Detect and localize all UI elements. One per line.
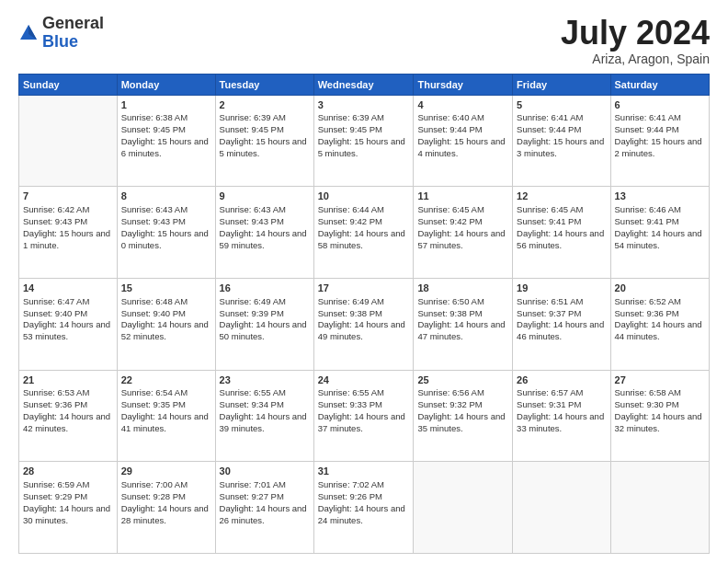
day-number: 21: [23, 373, 113, 387]
day-number: 6: [615, 98, 705, 112]
day-number: 20: [615, 282, 705, 295]
day-info: Sunrise: 6:49 AMSunset: 9:39 PMDaylight:…: [220, 296, 310, 343]
calendar-cell: 24Sunrise: 6:55 AMSunset: 9:33 PMDayligh…: [313, 370, 414, 462]
day-info: Sunrise: 6:43 AMSunset: 9:43 PMDaylight:…: [121, 204, 211, 251]
calendar-cell: 16Sunrise: 6:49 AMSunset: 9:39 PMDayligh…: [215, 278, 313, 370]
day-number: 4: [417, 98, 508, 112]
day-number: 2: [220, 98, 310, 112]
day-number: 17: [318, 282, 410, 295]
day-info: Sunrise: 6:55 AMSunset: 9:33 PMDaylight:…: [318, 387, 410, 434]
day-number: 29: [121, 465, 211, 478]
day-number: 1: [121, 98, 211, 112]
logo-general: General: [42, 14, 104, 32]
calendar-cell: 15Sunrise: 6:48 AMSunset: 9:40 PMDayligh…: [117, 278, 215, 370]
day-number: 16: [220, 282, 310, 295]
calendar-cell: 18Sunrise: 6:50 AMSunset: 9:38 PMDayligh…: [414, 278, 513, 370]
page-header: General Blue July 2024 Ariza, Aragon, Sp…: [18, 15, 710, 66]
calendar-cell: 26Sunrise: 6:57 AMSunset: 9:31 PMDayligh…: [513, 370, 610, 462]
day-info: Sunrise: 6:57 AMSunset: 9:31 PMDaylight:…: [517, 387, 606, 434]
calendar-week-1: 7Sunrise: 6:42 AMSunset: 9:43 PMDaylight…: [19, 187, 710, 279]
day-info: Sunrise: 7:00 AMSunset: 9:28 PMDaylight:…: [121, 479, 211, 526]
day-number: 22: [121, 373, 211, 387]
day-number: 25: [417, 373, 508, 387]
day-info: Sunrise: 6:41 AMSunset: 9:44 PMDaylight:…: [615, 112, 705, 159]
day-number: 13: [615, 190, 705, 203]
day-info: Sunrise: 6:41 AMSunset: 9:44 PMDaylight:…: [517, 112, 606, 159]
day-info: Sunrise: 6:48 AMSunset: 9:40 PMDaylight:…: [121, 296, 211, 343]
calendar-dow-sunday: Sunday: [19, 74, 118, 95]
day-number: 31: [318, 465, 410, 478]
day-number: 18: [417, 282, 508, 295]
day-info: Sunrise: 6:52 AMSunset: 9:36 PMDaylight:…: [615, 296, 705, 343]
calendar-table: SundayMondayTuesdayWednesdayThursdayFrid…: [18, 74, 710, 554]
calendar-cell: 29Sunrise: 7:00 AMSunset: 9:28 PMDayligh…: [117, 462, 215, 554]
day-info: Sunrise: 6:46 AMSunset: 9:41 PMDaylight:…: [615, 204, 705, 251]
day-info: Sunrise: 6:39 AMSunset: 9:45 PMDaylight:…: [220, 112, 310, 159]
calendar-cell: 7Sunrise: 6:42 AMSunset: 9:43 PMDaylight…: [19, 187, 118, 279]
calendar-cell: 31Sunrise: 7:02 AMSunset: 9:26 PMDayligh…: [313, 462, 414, 554]
calendar-dow-monday: Monday: [117, 74, 215, 95]
day-number: 28: [23, 465, 113, 478]
calendar-cell: 6Sunrise: 6:41 AMSunset: 9:44 PMDaylight…: [610, 95, 709, 187]
calendar-cell: [19, 95, 118, 187]
calendar-cell: [513, 462, 610, 554]
calendar-cell: 27Sunrise: 6:58 AMSunset: 9:30 PMDayligh…: [610, 370, 709, 462]
day-number: 19: [517, 282, 606, 295]
day-info: Sunrise: 6:43 AMSunset: 9:43 PMDaylight:…: [220, 204, 310, 251]
day-info: Sunrise: 6:55 AMSunset: 9:34 PMDaylight:…: [220, 387, 310, 434]
day-info: Sunrise: 7:01 AMSunset: 9:27 PMDaylight:…: [220, 479, 310, 526]
calendar-cell: 22Sunrise: 6:54 AMSunset: 9:35 PMDayligh…: [117, 370, 215, 462]
calendar-cell: 28Sunrise: 6:59 AMSunset: 9:29 PMDayligh…: [19, 462, 118, 554]
calendar-dow-friday: Friday: [513, 74, 610, 95]
calendar-week-2: 14Sunrise: 6:47 AMSunset: 9:40 PMDayligh…: [19, 278, 710, 370]
day-number: 27: [615, 373, 705, 387]
calendar-cell: 1Sunrise: 6:38 AMSunset: 9:45 PMDaylight…: [117, 95, 215, 187]
calendar-cell: [414, 462, 513, 554]
calendar-cell: 17Sunrise: 6:49 AMSunset: 9:38 PMDayligh…: [313, 278, 414, 370]
calendar-cell: 30Sunrise: 7:01 AMSunset: 9:27 PMDayligh…: [215, 462, 313, 554]
day-number: 14: [23, 282, 113, 295]
day-number: 10: [318, 190, 410, 203]
calendar-cell: 8Sunrise: 6:43 AMSunset: 9:43 PMDaylight…: [117, 187, 215, 279]
day-number: 15: [121, 282, 211, 295]
location: Ariza, Aragon, Spain: [561, 52, 710, 66]
day-info: Sunrise: 6:50 AMSunset: 9:38 PMDaylight:…: [417, 296, 508, 343]
day-info: Sunrise: 6:47 AMSunset: 9:40 PMDaylight:…: [23, 296, 113, 343]
day-info: Sunrise: 6:59 AMSunset: 9:29 PMDaylight:…: [23, 479, 113, 526]
calendar-dow-wednesday: Wednesday: [313, 74, 414, 95]
day-info: Sunrise: 6:40 AMSunset: 9:44 PMDaylight:…: [417, 112, 508, 159]
calendar-dow-saturday: Saturday: [610, 74, 709, 95]
calendar-cell: 11Sunrise: 6:45 AMSunset: 9:42 PMDayligh…: [414, 187, 513, 279]
calendar-cell: 25Sunrise: 6:56 AMSunset: 9:32 PMDayligh…: [414, 370, 513, 462]
calendar-week-4: 28Sunrise: 6:59 AMSunset: 9:29 PMDayligh…: [19, 462, 710, 554]
day-info: Sunrise: 6:51 AMSunset: 9:37 PMDaylight:…: [517, 296, 606, 343]
day-info: Sunrise: 6:39 AMSunset: 9:45 PMDaylight:…: [318, 112, 410, 159]
day-info: Sunrise: 6:38 AMSunset: 9:45 PMDaylight:…: [121, 112, 211, 159]
calendar-header-row: SundayMondayTuesdayWednesdayThursdayFrid…: [19, 74, 710, 95]
calendar-cell: 19Sunrise: 6:51 AMSunset: 9:37 PMDayligh…: [513, 278, 610, 370]
day-number: 11: [417, 190, 508, 203]
calendar-cell: 9Sunrise: 6:43 AMSunset: 9:43 PMDaylight…: [215, 187, 313, 279]
day-info: Sunrise: 6:58 AMSunset: 9:30 PMDaylight:…: [615, 387, 705, 434]
logo-blue: Blue: [42, 32, 78, 51]
day-number: 5: [517, 98, 606, 112]
day-info: Sunrise: 6:45 AMSunset: 9:42 PMDaylight:…: [417, 204, 508, 251]
day-number: 26: [517, 373, 606, 387]
day-info: Sunrise: 6:49 AMSunset: 9:38 PMDaylight:…: [318, 296, 410, 343]
day-info: Sunrise: 6:45 AMSunset: 9:41 PMDaylight:…: [517, 204, 606, 251]
day-number: 9: [220, 190, 310, 203]
day-number: 12: [517, 190, 606, 203]
day-number: 24: [318, 373, 410, 387]
month-year: July 2024: [561, 15, 710, 52]
calendar-cell: 2Sunrise: 6:39 AMSunset: 9:45 PMDaylight…: [215, 95, 313, 187]
logo: General Blue: [18, 15, 104, 52]
calendar-cell: 3Sunrise: 6:39 AMSunset: 9:45 PMDaylight…: [313, 95, 414, 187]
logo-text: General Blue: [42, 15, 104, 52]
calendar-cell: 10Sunrise: 6:44 AMSunset: 9:42 PMDayligh…: [313, 187, 414, 279]
calendar-week-0: 1Sunrise: 6:38 AMSunset: 9:45 PMDaylight…: [19, 95, 710, 187]
day-number: 30: [220, 465, 310, 478]
day-info: Sunrise: 6:44 AMSunset: 9:42 PMDaylight:…: [318, 204, 410, 251]
day-number: 3: [318, 98, 410, 112]
logo-icon: [18, 23, 39, 43]
calendar-week-3: 21Sunrise: 6:53 AMSunset: 9:36 PMDayligh…: [19, 370, 710, 462]
